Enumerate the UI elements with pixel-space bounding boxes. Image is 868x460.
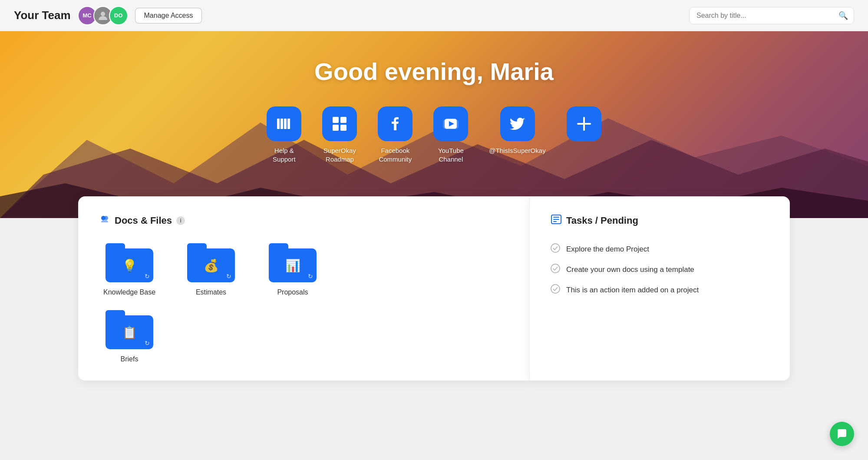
content-area: Docs & Files i 💡 ↻ Knowledge Base [0,196,868,381]
knowledge-base-icon: 💡 [122,258,137,273]
tasks-panel: Tasks / Pending Explore the demo Project [529,196,790,381]
facebook-community-label: FacebookCommunity [379,146,412,163]
svg-rect-7 [287,119,290,129]
team-label: Your Team [14,9,71,22]
quick-link-youtube[interactable]: YouTubeChannel [433,106,468,163]
header-left: Your Team MC DO Manage Access [14,6,202,25]
chat-bubble[interactable] [830,422,854,446]
svg-rect-10 [333,125,339,131]
svg-rect-4 [277,119,280,129]
svg-point-17 [104,216,108,220]
task-check-2 [551,264,560,275]
avatars: MC DO [78,6,128,25]
proposals-icon: 📊 [285,258,300,273]
svg-point-22 [551,244,560,252]
estimates-refresh-icon: ↻ [226,273,231,280]
svg-rect-8 [333,117,339,123]
task-label-1: Explore the demo Project [566,245,649,254]
tasks-icon [551,214,562,228]
quick-link-facebook[interactable]: FacebookCommunity [378,106,413,163]
facebook-icon [378,106,413,141]
briefs-folder: 📋 ↻ [106,310,153,349]
estimates-label: Estimates [196,288,226,296]
task-list: Explore the demo Project Create your own… [551,243,769,296]
youtube-channel-label: YouTubeChannel [438,146,464,163]
knowledge-base-label: Knowledge Base [103,288,155,296]
estimates-icon: 💰 [204,258,219,273]
help-support-label: Help &Support [273,146,296,163]
quick-link-superokay-roadmap[interactable]: SuperOkayRoadmap [322,106,357,163]
briefs-refresh-icon: ↻ [145,340,150,347]
doc-proposals[interactable]: 📊 ↻ Proposals [262,243,323,296]
tasks-title: Tasks / Pending [566,215,638,226]
search-container: 🔍 [689,7,854,24]
doc-knowledge-base[interactable]: 💡 ↻ Knowledge Base [99,243,160,296]
add-link-icon [567,106,601,141]
estimates-folder: 💰 ↻ [187,243,235,282]
task-label-2: Create your own docs using a template [566,265,694,274]
twitter-icon [500,106,535,141]
avatar-do: DO [109,6,128,25]
manage-access-button[interactable]: Manage Access [135,8,202,23]
proposals-label: Proposals [277,288,308,296]
search-input[interactable] [689,7,854,24]
quick-link-twitter[interactable]: @ThisIsSuperOkay [489,106,545,155]
superokay-roadmap-label: SuperOkayRoadmap [323,146,356,163]
tasks-panel-title: Tasks / Pending [551,214,769,228]
knowledge-base-folder: 💡 ↻ [106,243,153,282]
quick-links: Help &Support SuperOkayRoadmap Facebook [267,106,601,163]
twitter-label: @ThisIsSuperOkay [489,146,545,155]
docs-panel: Docs & Files i 💡 ↻ Knowledge Base [78,196,529,381]
proposals-refresh-icon: ↻ [308,273,313,280]
quick-link-help-support[interactable]: Help &Support [267,106,301,163]
header: Your Team MC DO Manage Access 🔍 [0,0,868,31]
task-item-3: This is an action item added on a projec… [551,284,769,296]
svg-point-0 [101,12,105,16]
svg-point-24 [551,285,560,293]
docs-icon [99,214,110,228]
task-label-3: This is an action item added on a projec… [566,286,699,295]
hero-section: Good evening, Maria Help &Support [0,31,868,218]
quick-link-add[interactable] [567,106,601,146]
briefs-icon: 📋 [122,325,137,340]
svg-rect-11 [340,125,347,131]
docs-panel-title: Docs & Files i [99,214,508,228]
help-support-icon [267,106,301,141]
task-item-1: Explore the demo Project [551,243,769,255]
svg-rect-9 [340,117,347,123]
doc-estimates[interactable]: 💰 ↻ Estimates [181,243,241,296]
svg-rect-6 [284,119,287,129]
doc-briefs[interactable]: 📋 ↻ Briefs [99,310,160,363]
task-check-1 [551,243,560,255]
search-icon: 🔍 [838,11,848,20]
docs-title: Docs & Files [115,215,172,226]
svg-point-23 [551,264,560,273]
briefs-label: Briefs [121,355,139,363]
superokay-roadmap-icon [322,106,357,141]
knowledge-base-refresh-icon: ↻ [145,273,150,280]
task-item-2: Create your own docs using a template [551,264,769,275]
task-check-3 [551,284,560,296]
svg-rect-5 [281,119,283,129]
hero-greeting: Good evening, Maria [314,57,554,86]
youtube-icon [433,106,468,141]
docs-info-badge: i [176,216,185,225]
proposals-folder: 📊 ↻ [269,243,317,282]
docs-grid: 💡 ↻ Knowledge Base 💰 ↻ Estimates [99,243,508,363]
